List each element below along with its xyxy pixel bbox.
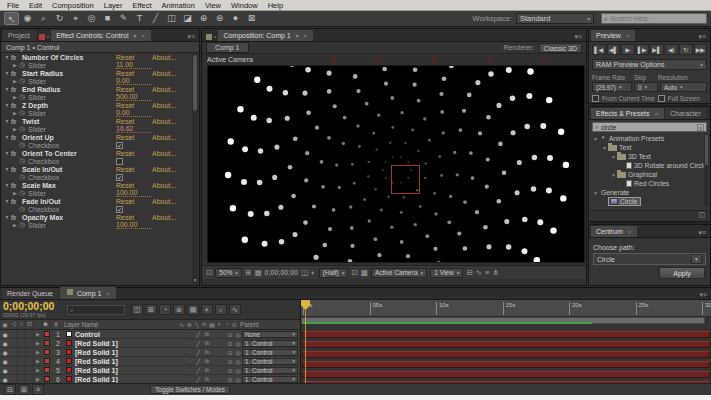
reset-link[interactable]: Reset <box>116 86 152 93</box>
tree-item[interactable]: ▼ Generate <box>589 188 710 197</box>
label-chip[interactable] <box>44 340 50 346</box>
eye-icon[interactable]: ◉ <box>0 376 10 383</box>
apply-button[interactable]: Apply <box>659 267 705 279</box>
twirl-icon[interactable]: ▶ <box>11 62 19 68</box>
effect-scale-in-out[interactable]: ▼ fx Scale In/Out Reset About... <box>1 165 192 173</box>
brush-tool[interactable]: ╱ <box>148 12 163 25</box>
track-row[interactable] <box>302 341 710 350</box>
lock-toggle[interactable] <box>26 375 34 383</box>
quality-switch[interactable]: ╱ <box>194 331 202 338</box>
close-icon[interactable]: × <box>655 111 659 117</box>
tree-scrollbar[interactable] <box>704 134 709 206</box>
stopwatch-icon[interactable]: ◷ <box>19 157 28 165</box>
lock-toggle[interactable] <box>26 348 34 356</box>
reset-link[interactable]: Reset <box>116 118 152 125</box>
effect-end-radius[interactable]: ▼ fx End Radius Reset About... <box>1 85 192 93</box>
checkbox[interactable]: ✓ <box>116 174 123 181</box>
tree-item[interactable]: ▼ Graphical <box>589 170 710 179</box>
motion-blur-switch[interactable]: ⊙ <box>226 358 234 365</box>
view-layout-select[interactable]: 1 View▾ <box>430 268 463 278</box>
twirl-icon[interactable]: ▼ <box>3 118 11 124</box>
reset-link[interactable]: Reset <box>116 102 152 109</box>
shape-tool[interactable]: ■ <box>100 12 115 25</box>
about-link[interactable]: About... <box>152 150 192 157</box>
layer-name[interactable]: [Red Solid 1] <box>74 340 186 347</box>
always-preview-icon[interactable]: ⊡ <box>206 268 212 277</box>
fast-preview-icon[interactable]: ∿ <box>476 268 482 277</box>
play-button[interactable]: ▶ <box>621 44 635 55</box>
live-update-icon[interactable]: ⊞ <box>145 304 157 315</box>
resolution-select[interactable]: Auto ▾ <box>660 82 707 92</box>
pick-whip-icon[interactable]: ◎ <box>234 340 242 347</box>
quality-switch[interactable]: ╱ <box>194 349 202 356</box>
stopwatch-icon[interactable]: ◷ <box>19 109 28 117</box>
slider-value[interactable]: 0.00 <box>116 109 152 117</box>
layer-name[interactable]: [Red Solid 1] <box>74 376 186 383</box>
parent-select[interactable]: 1. Control ▾ <box>242 340 298 347</box>
ram-preview-button[interactable]: ▶▶ <box>694 44 708 55</box>
prev-frame-button[interactable]: ◀▌ <box>607 44 621 55</box>
effect-twist[interactable]: ▼ fx Twist Reset About... <box>1 117 192 125</box>
motion-blur-switch[interactable]: ⊙ <box>226 376 234 383</box>
safe-areas-icon[interactable]: ⊞ <box>245 268 251 277</box>
panel-menu-icon[interactable]: ▾≡ <box>695 291 711 299</box>
about-link[interactable]: About... <box>152 198 192 205</box>
tree-item[interactable]: Circle <box>589 197 710 206</box>
layer-row[interactable]: ◉ ▶ 4 [Red Solid 1] · ╱ fx ⊙ ◎ 1. Contro… <box>0 357 300 366</box>
transparency-grid-icon[interactable]: ▩ <box>361 268 368 277</box>
effects-search-box[interactable]: ⌕ × <box>592 122 707 132</box>
stopwatch-icon[interactable]: ◷ <box>19 125 28 133</box>
twirl-icon[interactable]: ▼ <box>592 136 599 142</box>
parent-select[interactable]: 1. Control ▾ <box>242 358 298 365</box>
tab-centrum[interactable]: Centrum × <box>591 226 637 237</box>
layer-name[interactable]: [Red Solid 1] <box>74 349 186 356</box>
slider-value[interactable]: 500.00 <box>116 93 152 101</box>
menu-view[interactable]: View <box>200 1 226 10</box>
motion-blur-icon[interactable]: ◐ <box>201 304 213 315</box>
label-chip[interactable] <box>44 367 50 373</box>
reset-link[interactable]: Reset <box>116 134 152 141</box>
menu-effect[interactable]: Effect <box>127 1 156 10</box>
reset-link[interactable]: Reset <box>116 166 152 173</box>
about-link[interactable]: About... <box>152 134 192 141</box>
effects-switch[interactable]: fx <box>202 367 212 373</box>
frame-blending-icon[interactable]: ▤ <box>187 304 199 315</box>
quality-switch[interactable]: ╱ <box>194 340 202 347</box>
eye-icon[interactable]: ◉ <box>0 358 10 365</box>
eye-icon[interactable]: ◉ <box>0 331 10 338</box>
collapse-switch[interactable]: · <box>186 349 194 355</box>
slider-value[interactable]: 100.00 <box>116 189 152 197</box>
solo-toggle[interactable] <box>18 357 26 365</box>
search-help-input[interactable] <box>610 15 700 22</box>
loop-button[interactable]: ↻ <box>679 44 693 55</box>
effects-switch[interactable]: fx <box>202 376 212 382</box>
slider-value[interactable]: 100.00 <box>116 221 152 229</box>
track-row[interactable] <box>302 331 710 340</box>
tree-item[interactable]: ▼ 3D Text <box>589 152 710 161</box>
effect-opacity-max[interactable]: ▼ fx Opacity Max Reset About... <box>1 213 192 221</box>
solo-toggle[interactable] <box>18 375 26 383</box>
scroll-down-icon[interactable]: ▼ <box>192 277 198 283</box>
eraser-tool[interactable]: ◪ <box>180 12 195 25</box>
layer-duration-bar[interactable] <box>302 331 710 338</box>
audio-toggle[interactable] <box>10 330 18 338</box>
path-select[interactable]: Circle ▾ <box>593 253 706 265</box>
about-link[interactable]: About... <box>152 86 192 93</box>
lock-toggle[interactable] <box>26 357 34 365</box>
toggle-switches-modes-button[interactable]: Toggle Switches / Modes <box>150 385 230 394</box>
twirl-icon[interactable]: ▶ <box>34 366 42 374</box>
collapse-switch[interactable]: · <box>186 376 194 382</box>
pick-whip-icon[interactable]: ◎ <box>234 376 242 383</box>
twirl-icon[interactable]: ▶ <box>11 78 19 84</box>
menu-composition[interactable]: Composition <box>47 1 99 10</box>
close-icon[interactable]: × <box>628 229 632 235</box>
timeline-search-input[interactable] <box>76 306 120 313</box>
expand-in-out-icon[interactable]: ≡ <box>32 384 44 395</box>
tree-item[interactable]: 3D Rotate around Circle <box>589 161 710 170</box>
region-of-interest-icon[interactable]: ⊡ <box>351 268 357 277</box>
zoom-tool[interactable]: ⌕ <box>36 12 51 25</box>
menu-window[interactable]: Window <box>226 1 263 10</box>
timeline-search-box[interactable]: ⌕ <box>67 305 125 315</box>
twirl-icon[interactable]: ▶ <box>11 110 19 116</box>
about-link[interactable]: About... <box>152 166 192 173</box>
